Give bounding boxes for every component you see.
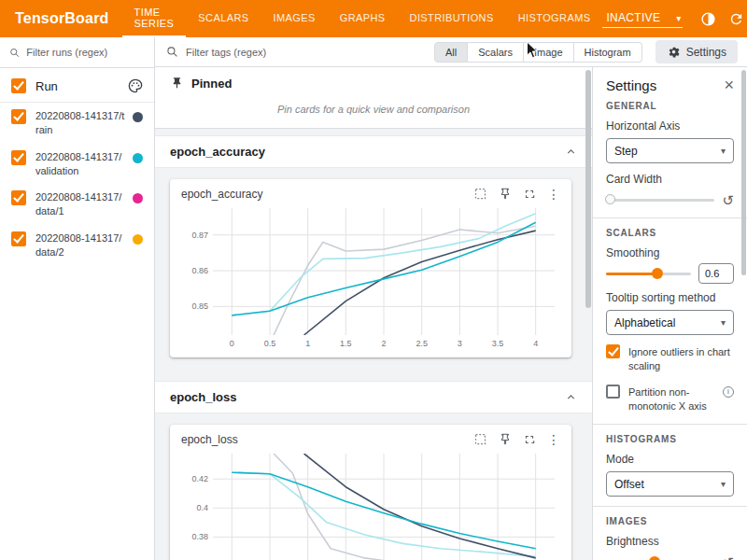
run-checkbox[interactable] bbox=[11, 231, 26, 246]
header-actions: INACTIVE ▾ ? bbox=[602, 7, 747, 31]
smoothing-slider[interactable] bbox=[606, 273, 691, 275]
line-chart-epoch_accuracy[interactable]: 00.511.522.533.540.850.860.87 bbox=[181, 203, 560, 350]
data-status-dropdown[interactable]: INACTIVE ▾ bbox=[602, 9, 683, 28]
tag-type-filter-group: AllScalarsImageHistogram bbox=[434, 42, 642, 63]
chart-card-epoch_accuracy: epoch_accuracy ⋮ 00.511.522.533.540.850.… bbox=[170, 179, 571, 357]
card-width-slider[interactable] bbox=[606, 199, 714, 202]
histogram-mode-select[interactable]: Offset ▾ bbox=[606, 471, 734, 497]
more-options-icon[interactable]: ⋮ bbox=[547, 433, 560, 446]
pin-icon[interactable] bbox=[499, 188, 512, 201]
pin-icon bbox=[170, 77, 184, 91]
run-row[interactable]: 20220808-141317/train bbox=[0, 103, 154, 144]
run-row[interactable]: 20220808-141317/data/1 bbox=[0, 184, 154, 225]
collapse-chevron-icon[interactable] bbox=[565, 146, 577, 158]
section-header-epoch_loss[interactable]: epoch_loss bbox=[155, 381, 592, 413]
horizontal-axis-select[interactable]: Step ▾ bbox=[606, 138, 734, 163]
svg-text:0.4: 0.4 bbox=[196, 503, 208, 512]
chart-card-epoch_loss: epoch_loss ⋮ 00.511.522.533.540.360.380.… bbox=[170, 425, 571, 560]
chevron-down-icon: ▾ bbox=[721, 317, 726, 328]
tab-images[interactable]: IMAGES bbox=[261, 0, 328, 37]
pinned-empty-message: Pin cards for a quick view and compariso… bbox=[155, 96, 592, 128]
smoothing-value-input[interactable]: 0.6 bbox=[698, 263, 734, 284]
svg-text:2: 2 bbox=[381, 339, 386, 348]
section-title: epoch_loss bbox=[170, 390, 565, 404]
contrast-toggle-icon[interactable] bbox=[696, 7, 720, 31]
runs-column-label: Run bbox=[35, 79, 128, 93]
refresh-icon[interactable] bbox=[724, 7, 747, 31]
run-row[interactable]: 20220808-141317/validation bbox=[0, 144, 154, 185]
svg-text:0.38: 0.38 bbox=[191, 532, 208, 541]
images-heading: IMAGES bbox=[606, 516, 734, 526]
run-row[interactable]: 20220808-141317/data/2 bbox=[0, 225, 154, 266]
horizontal-axis-label: Horizontal Axis bbox=[606, 119, 734, 133]
svg-text:3.5: 3.5 bbox=[492, 339, 504, 348]
svg-text:0.86: 0.86 bbox=[191, 266, 208, 275]
run-checkbox[interactable] bbox=[11, 109, 26, 124]
main-nav: TIME SERIESSCALARSIMAGESGRAPHSDISTRIBUTI… bbox=[122, 0, 603, 37]
main-scrollbar[interactable] bbox=[585, 67, 592, 560]
tag-section-epoch_accuracy: epoch_accuracy epoch_accuracy ⋮ 00.511.5… bbox=[155, 135, 592, 374]
runs-header-row: Run bbox=[0, 68, 154, 103]
tab-graphs[interactable]: GRAPHS bbox=[328, 0, 398, 37]
section-header-epoch_accuracy[interactable]: epoch_accuracy bbox=[155, 135, 592, 168]
filter-chip-image[interactable]: Image bbox=[524, 42, 574, 63]
pin-icon[interactable] bbox=[499, 433, 512, 446]
smoothing-label: Smoothing bbox=[606, 246, 734, 259]
collapse-chevron-icon[interactable] bbox=[565, 391, 577, 403]
run-color-dot bbox=[133, 234, 143, 245]
runs-sidebar: Run 20220808-141317/train20220808-141317… bbox=[0, 37, 155, 560]
more-options-icon[interactable]: ⋮ bbox=[547, 188, 560, 201]
fullscreen-icon[interactable] bbox=[523, 433, 536, 446]
info-icon[interactable]: i bbox=[723, 386, 734, 398]
tab-scalars[interactable]: SCALARS bbox=[186, 0, 261, 37]
run-label: 20220808-141317/train bbox=[35, 109, 126, 137]
fit-domain-icon[interactable] bbox=[473, 432, 487, 446]
run-checkbox[interactable] bbox=[11, 150, 26, 165]
run-color-dot bbox=[133, 112, 143, 122]
app-header: TensorBoard TIME SERIESSCALARSIMAGESGRAP… bbox=[0, 0, 747, 37]
filter-chip-histogram[interactable]: Histogram bbox=[574, 42, 642, 63]
palette-icon[interactable] bbox=[128, 78, 143, 93]
tooltip-sorting-label: Tooltip sorting method bbox=[606, 291, 734, 304]
filter-chip-scalars[interactable]: Scalars bbox=[468, 42, 524, 63]
run-color-dot bbox=[133, 153, 143, 163]
tab-distributions[interactable]: DISTRIBUTIONS bbox=[398, 0, 506, 37]
fit-domain-icon[interactable] bbox=[473, 187, 487, 201]
run-filter-input[interactable] bbox=[26, 47, 145, 58]
line-chart-epoch_loss[interactable]: 00.511.522.533.540.360.380.40.42 bbox=[181, 448, 560, 560]
select-all-runs-checkbox[interactable] bbox=[11, 78, 26, 93]
run-checkbox[interactable] bbox=[11, 190, 26, 205]
svg-text:1.5: 1.5 bbox=[340, 339, 352, 348]
settings-button-label: Settings bbox=[686, 46, 726, 59]
pinned-title: Pinned bbox=[191, 77, 232, 91]
tooltip-sorting-select[interactable]: Alphabetical ▾ bbox=[606, 310, 734, 335]
svg-text:0: 0 bbox=[230, 339, 234, 348]
partition-x-axis-checkbox[interactable]: Partition non-monotonic X axis i bbox=[606, 385, 734, 413]
chart-card-title: epoch_accuracy bbox=[181, 188, 262, 201]
fullscreen-icon[interactable] bbox=[523, 188, 536, 201]
ignore-outliers-checkbox[interactable]: Ignore outliers in chart scaling bbox=[606, 344, 734, 373]
chevron-down-icon: ▾ bbox=[721, 479, 726, 489]
close-icon[interactable]: × bbox=[724, 77, 734, 93]
svg-text:4: 4 bbox=[533, 339, 538, 348]
tooltip-sorting-value: Alphabetical bbox=[614, 316, 675, 329]
reset-icon[interactable]: ↺ bbox=[722, 555, 734, 560]
brightness-label: Brightness bbox=[606, 535, 734, 548]
settings-scrollbar[interactable] bbox=[741, 67, 747, 560]
svg-text:0.42: 0.42 bbox=[191, 474, 208, 483]
settings-panel-title: Settings bbox=[606, 77, 656, 93]
pinned-section: Pinned Pin cards for a quick view and co… bbox=[155, 67, 592, 129]
run-label: 20220808-141317/validation bbox=[35, 150, 126, 178]
section-title: epoch_accuracy bbox=[170, 145, 565, 159]
settings-toggle-button[interactable]: Settings bbox=[655, 40, 738, 63]
run-filter bbox=[0, 37, 154, 68]
tab-histograms[interactable]: HISTOGRAMS bbox=[506, 0, 603, 37]
histogram-mode-value: Offset bbox=[614, 478, 644, 491]
tab-time-series[interactable]: TIME SERIES bbox=[122, 0, 187, 37]
tag-filter-input[interactable] bbox=[186, 47, 427, 58]
run-list: 20220808-141317/train20220808-141317/val… bbox=[0, 103, 154, 266]
run-label: 20220808-141317/data/1 bbox=[35, 190, 126, 218]
filter-chip-all[interactable]: All bbox=[434, 42, 468, 63]
reset-icon[interactable]: ↺ bbox=[722, 193, 734, 207]
search-icon bbox=[9, 47, 20, 59]
